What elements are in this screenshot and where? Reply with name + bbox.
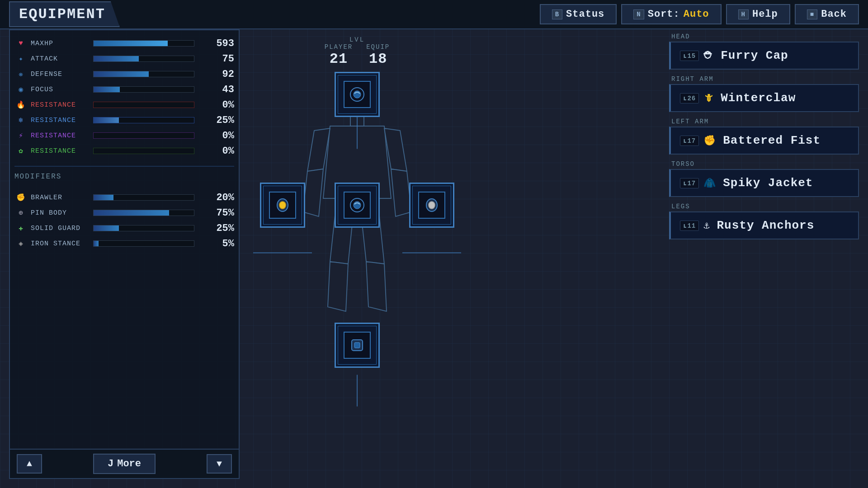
- right-arm-item-name: Winterclaw: [721, 91, 796, 105]
- legs-item-name: Rusty Anchors: [717, 219, 814, 232]
- res-nat-value: 0%: [198, 145, 234, 157]
- maxhp-label: MAXHP: [31, 40, 90, 47]
- focus-bar-container: [93, 86, 194, 93]
- heart-icon: ♥: [14, 37, 27, 50]
- bottom-controls: ▲ J More ▲: [10, 449, 239, 478]
- status-label: Status: [566, 9, 604, 20]
- focus-label: FOCUS: [31, 86, 90, 94]
- torso-item-name: Spiky Jacket: [723, 176, 813, 190]
- res-fire-bar-container: [93, 102, 194, 108]
- more-key: J: [108, 458, 113, 469]
- res-fire-label: RESISTANCE: [31, 101, 90, 109]
- scroll-down-button[interactable]: ▲: [207, 454, 232, 474]
- res-elec-bar-container: [93, 132, 194, 139]
- left-arm-item-level: ʟ17: [680, 136, 699, 146]
- modifier-row-iron-stance: ◈ IRON STANCE 5%: [14, 237, 234, 250]
- svg-point-12: [350, 198, 364, 212]
- equip-category-legs: LEGS ʟ11 ⚓ Rusty Anchors: [669, 199, 859, 239]
- head-slot-icon: [348, 85, 366, 103]
- head-slot[interactable]: [335, 72, 380, 117]
- solid-guard-value: 25%: [198, 223, 234, 234]
- eye-icon: ◉: [14, 83, 27, 96]
- res-nat-label: RESISTANCE: [31, 147, 90, 155]
- sword-icon: ✦: [14, 52, 27, 65]
- head-category-label: HEAD: [669, 29, 859, 42]
- equip-category-head: HEAD ʟ15 ⛑ Furry Cap: [669, 29, 859, 70]
- modifier-row-brawler: ✊ BRAWLER 20%: [14, 191, 234, 204]
- lvl-label: LVL: [349, 36, 365, 43]
- legs-item-icon: ⚓: [703, 220, 710, 232]
- help-button[interactable]: H Help: [726, 4, 790, 24]
- defense-bar: [94, 71, 149, 77]
- torso-slot-icon: [348, 196, 366, 214]
- res-ice-value: 25%: [198, 115, 234, 126]
- focus-bar: [94, 87, 120, 92]
- left-arm-item-button[interactable]: ʟ17 ✊ Battered Fist: [669, 127, 859, 155]
- left-arm-slot[interactable]: [260, 183, 305, 228]
- right-arm-item-button[interactable]: ʟ26 🗡 Winterclaw: [669, 84, 859, 112]
- stat-row-defense: ❋ DEFENSE 92: [14, 68, 234, 80]
- page-title: Equipment: [9, 1, 120, 27]
- legs-slot-icon: [348, 336, 366, 354]
- focus-value: 43: [198, 84, 234, 95]
- res-ice-label: RESISTANCE: [31, 117, 90, 124]
- legs-item-button[interactable]: ʟ11 ⚓ Rusty Anchors: [669, 211, 859, 239]
- left-arm-slot-icon: [274, 196, 292, 214]
- modifiers-section: ✊ BRAWLER 20% ⊕ PIN BODY 75% ✚ SOLID GUA…: [10, 184, 239, 255]
- head-item-button[interactable]: ʟ15 ⛑ Furry Cap: [669, 42, 859, 70]
- legs-slot[interactable]: [335, 323, 380, 368]
- fire-icon: 🔥: [14, 99, 27, 111]
- stat-row-res-elec: ⚡ RESISTANCE 0%: [14, 129, 234, 142]
- status-key: B: [552, 9, 562, 19]
- solid-guard-label: SOLID GUARD: [31, 225, 90, 232]
- arrow-down-icon: ▲: [217, 459, 222, 469]
- defense-label: DEFENSE: [31, 70, 90, 78]
- modifier-row-solid-guard: ✚ SOLID GUARD 25%: [14, 222, 234, 235]
- svg-point-14: [426, 199, 437, 211]
- torso-item-icon: 🧥: [703, 177, 716, 189]
- attack-value: 75: [198, 53, 234, 65]
- right-arm-slot-inner: [418, 192, 445, 219]
- back-button[interactable]: ■ Back: [795, 4, 859, 24]
- svg-rect-17: [354, 343, 360, 348]
- torso-slot[interactable]: [335, 183, 380, 228]
- solid-guard-bar-container: [93, 225, 194, 231]
- pin-body-bar: [94, 210, 169, 216]
- stat-row-attack: ✦ ATTACK 75: [14, 52, 234, 65]
- stats-divider: [14, 166, 234, 167]
- modifiers-header: MODIFIERS: [10, 170, 239, 184]
- modifier-row-pin-body: ⊕ PIN BODY 75%: [14, 206, 234, 219]
- head-item-level: ʟ15: [680, 51, 699, 61]
- equip-label: EQUIP: [366, 43, 390, 51]
- player-level: 21: [330, 51, 348, 67]
- sort-button[interactable]: N Sort: Auto: [621, 4, 721, 24]
- head-item-icon: ⛑: [703, 50, 714, 62]
- res-fire-value: 0%: [198, 99, 234, 111]
- center-panel: LVL PLAYER 21 EQUIP 18: [244, 29, 470, 479]
- stat-row-res-nat: ✿ RESISTANCE 0%: [14, 145, 234, 157]
- more-button[interactable]: J More: [93, 454, 156, 474]
- scroll-up-button[interactable]: ▲: [17, 454, 42, 474]
- brawler-value: 20%: [198, 192, 234, 203]
- pin-body-label: PIN BODY: [31, 209, 90, 217]
- more-label: More: [117, 458, 141, 469]
- res-elec-value: 0%: [198, 130, 234, 141]
- right-arm-slot[interactable]: [409, 183, 454, 228]
- torso-item-level: ʟ17: [680, 178, 699, 188]
- player-label: PLAYER: [325, 43, 353, 51]
- defense-bar-container: [93, 71, 194, 77]
- iron-stance-value: 5%: [198, 238, 234, 249]
- torso-item-button[interactable]: ʟ17 🧥 Spiky Jacket: [669, 169, 859, 197]
- arrow-up-icon: ▲: [27, 459, 32, 469]
- stat-row-res-fire: 🔥 RESISTANCE 0%: [14, 99, 234, 111]
- status-button[interactable]: B Status: [540, 4, 617, 24]
- attack-bar-container: [93, 56, 194, 62]
- solid-guard-bar: [94, 225, 119, 231]
- fist-icon: ✊: [14, 191, 27, 204]
- left-arm-item-name: Battered Fist: [723, 134, 821, 147]
- back-key: ■: [807, 9, 817, 19]
- equip-category-right-arm: RIGHT ARM ʟ26 🗡 Winterclaw: [669, 72, 859, 112]
- equip-level: 18: [369, 51, 387, 67]
- stance-icon: ◈: [14, 237, 27, 250]
- legs-category-label: LEGS: [669, 199, 859, 211]
